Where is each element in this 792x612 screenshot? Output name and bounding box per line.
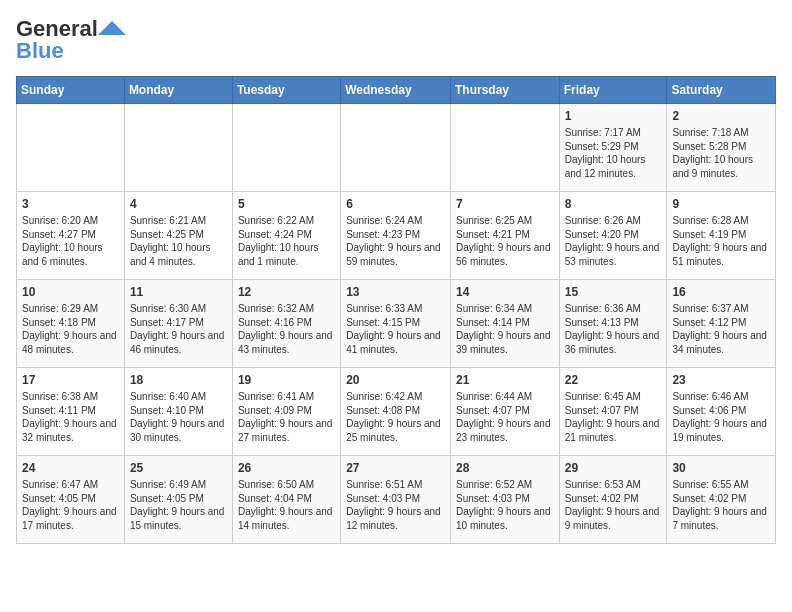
day-info: Sunrise: 6:46 AM Sunset: 4:06 PM Dayligh… <box>672 390 770 444</box>
day-number: 27 <box>346 460 445 476</box>
calendar-cell: 29Sunrise: 6:53 AM Sunset: 4:02 PM Dayli… <box>559 456 667 544</box>
calendar-cell: 11Sunrise: 6:30 AM Sunset: 4:17 PM Dayli… <box>124 280 232 368</box>
calendar-cell: 14Sunrise: 6:34 AM Sunset: 4:14 PM Dayli… <box>450 280 559 368</box>
day-number: 10 <box>22 284 119 300</box>
day-number: 21 <box>456 372 554 388</box>
calendar-cell: 21Sunrise: 6:44 AM Sunset: 4:07 PM Dayli… <box>450 368 559 456</box>
calendar-cell: 16Sunrise: 6:37 AM Sunset: 4:12 PM Dayli… <box>667 280 776 368</box>
day-number: 3 <box>22 196 119 212</box>
day-number: 9 <box>672 196 770 212</box>
calendar-cell <box>232 104 340 192</box>
logo-blue: Blue <box>16 38 64 64</box>
calendar-cell: 22Sunrise: 6:45 AM Sunset: 4:07 PM Dayli… <box>559 368 667 456</box>
day-info: Sunrise: 6:36 AM Sunset: 4:13 PM Dayligh… <box>565 302 662 356</box>
calendar-cell: 13Sunrise: 6:33 AM Sunset: 4:15 PM Dayli… <box>341 280 451 368</box>
day-number: 19 <box>238 372 335 388</box>
calendar-cell: 25Sunrise: 6:49 AM Sunset: 4:05 PM Dayli… <box>124 456 232 544</box>
day-info: Sunrise: 6:20 AM Sunset: 4:27 PM Dayligh… <box>22 214 119 268</box>
calendar-week: 10Sunrise: 6:29 AM Sunset: 4:18 PM Dayli… <box>17 280 776 368</box>
calendar-cell: 19Sunrise: 6:41 AM Sunset: 4:09 PM Dayli… <box>232 368 340 456</box>
calendar-cell <box>450 104 559 192</box>
day-number: 23 <box>672 372 770 388</box>
svg-marker-0 <box>98 21 126 35</box>
day-number: 15 <box>565 284 662 300</box>
day-info: Sunrise: 6:24 AM Sunset: 4:23 PM Dayligh… <box>346 214 445 268</box>
day-number: 11 <box>130 284 227 300</box>
calendar-cell: 28Sunrise: 6:52 AM Sunset: 4:03 PM Dayli… <box>450 456 559 544</box>
calendar-cell: 26Sunrise: 6:50 AM Sunset: 4:04 PM Dayli… <box>232 456 340 544</box>
day-info: Sunrise: 7:18 AM Sunset: 5:28 PM Dayligh… <box>672 126 770 180</box>
weekday-header: Sunday <box>17 77 125 104</box>
day-info: Sunrise: 6:40 AM Sunset: 4:10 PM Dayligh… <box>130 390 227 444</box>
calendar-cell: 24Sunrise: 6:47 AM Sunset: 4:05 PM Dayli… <box>17 456 125 544</box>
day-number: 14 <box>456 284 554 300</box>
calendar-table: SundayMondayTuesdayWednesdayThursdayFrid… <box>16 76 776 544</box>
calendar-cell: 2Sunrise: 7:18 AM Sunset: 5:28 PM Daylig… <box>667 104 776 192</box>
weekday-header: Tuesday <box>232 77 340 104</box>
calendar-week: 1Sunrise: 7:17 AM Sunset: 5:29 PM Daylig… <box>17 104 776 192</box>
day-info: Sunrise: 6:33 AM Sunset: 4:15 PM Dayligh… <box>346 302 445 356</box>
day-info: Sunrise: 6:42 AM Sunset: 4:08 PM Dayligh… <box>346 390 445 444</box>
calendar-cell <box>124 104 232 192</box>
calendar-cell: 5Sunrise: 6:22 AM Sunset: 4:24 PM Daylig… <box>232 192 340 280</box>
day-info: Sunrise: 6:50 AM Sunset: 4:04 PM Dayligh… <box>238 478 335 532</box>
day-number: 25 <box>130 460 227 476</box>
day-number: 2 <box>672 108 770 124</box>
day-info: Sunrise: 6:28 AM Sunset: 4:19 PM Dayligh… <box>672 214 770 268</box>
weekday-header: Monday <box>124 77 232 104</box>
day-number: 28 <box>456 460 554 476</box>
day-number: 5 <box>238 196 335 212</box>
day-number: 8 <box>565 196 662 212</box>
calendar-week: 3Sunrise: 6:20 AM Sunset: 4:27 PM Daylig… <box>17 192 776 280</box>
weekday-header: Thursday <box>450 77 559 104</box>
calendar-cell: 9Sunrise: 6:28 AM Sunset: 4:19 PM Daylig… <box>667 192 776 280</box>
day-number: 6 <box>346 196 445 212</box>
day-number: 20 <box>346 372 445 388</box>
day-info: Sunrise: 6:47 AM Sunset: 4:05 PM Dayligh… <box>22 478 119 532</box>
day-number: 4 <box>130 196 227 212</box>
day-number: 1 <box>565 108 662 124</box>
day-number: 17 <box>22 372 119 388</box>
calendar-cell: 27Sunrise: 6:51 AM Sunset: 4:03 PM Dayli… <box>341 456 451 544</box>
day-info: Sunrise: 6:32 AM Sunset: 4:16 PM Dayligh… <box>238 302 335 356</box>
calendar-cell: 3Sunrise: 6:20 AM Sunset: 4:27 PM Daylig… <box>17 192 125 280</box>
day-info: Sunrise: 7:17 AM Sunset: 5:29 PM Dayligh… <box>565 126 662 180</box>
calendar-cell: 23Sunrise: 6:46 AM Sunset: 4:06 PM Dayli… <box>667 368 776 456</box>
day-number: 18 <box>130 372 227 388</box>
calendar-cell <box>341 104 451 192</box>
day-info: Sunrise: 6:44 AM Sunset: 4:07 PM Dayligh… <box>456 390 554 444</box>
logo-icon <box>98 21 126 35</box>
day-info: Sunrise: 6:38 AM Sunset: 4:11 PM Dayligh… <box>22 390 119 444</box>
day-info: Sunrise: 6:22 AM Sunset: 4:24 PM Dayligh… <box>238 214 335 268</box>
calendar-cell: 18Sunrise: 6:40 AM Sunset: 4:10 PM Dayli… <box>124 368 232 456</box>
weekday-header: Wednesday <box>341 77 451 104</box>
day-number: 24 <box>22 460 119 476</box>
day-info: Sunrise: 6:34 AM Sunset: 4:14 PM Dayligh… <box>456 302 554 356</box>
day-info: Sunrise: 6:55 AM Sunset: 4:02 PM Dayligh… <box>672 478 770 532</box>
calendar-cell <box>17 104 125 192</box>
calendar-cell: 17Sunrise: 6:38 AM Sunset: 4:11 PM Dayli… <box>17 368 125 456</box>
calendar-header: SundayMondayTuesdayWednesdayThursdayFrid… <box>17 77 776 104</box>
day-info: Sunrise: 6:37 AM Sunset: 4:12 PM Dayligh… <box>672 302 770 356</box>
day-info: Sunrise: 6:45 AM Sunset: 4:07 PM Dayligh… <box>565 390 662 444</box>
calendar-cell: 1Sunrise: 7:17 AM Sunset: 5:29 PM Daylig… <box>559 104 667 192</box>
day-number: 22 <box>565 372 662 388</box>
calendar-cell: 10Sunrise: 6:29 AM Sunset: 4:18 PM Dayli… <box>17 280 125 368</box>
calendar-cell: 6Sunrise: 6:24 AM Sunset: 4:23 PM Daylig… <box>341 192 451 280</box>
day-info: Sunrise: 6:29 AM Sunset: 4:18 PM Dayligh… <box>22 302 119 356</box>
header: General Blue <box>16 16 776 64</box>
day-info: Sunrise: 6:53 AM Sunset: 4:02 PM Dayligh… <box>565 478 662 532</box>
day-info: Sunrise: 6:26 AM Sunset: 4:20 PM Dayligh… <box>565 214 662 268</box>
day-number: 13 <box>346 284 445 300</box>
day-info: Sunrise: 6:41 AM Sunset: 4:09 PM Dayligh… <box>238 390 335 444</box>
calendar-cell: 30Sunrise: 6:55 AM Sunset: 4:02 PM Dayli… <box>667 456 776 544</box>
day-info: Sunrise: 6:52 AM Sunset: 4:03 PM Dayligh… <box>456 478 554 532</box>
day-info: Sunrise: 6:30 AM Sunset: 4:17 PM Dayligh… <box>130 302 227 356</box>
day-number: 30 <box>672 460 770 476</box>
calendar-week: 17Sunrise: 6:38 AM Sunset: 4:11 PM Dayli… <box>17 368 776 456</box>
calendar-cell: 12Sunrise: 6:32 AM Sunset: 4:16 PM Dayli… <box>232 280 340 368</box>
day-info: Sunrise: 6:51 AM Sunset: 4:03 PM Dayligh… <box>346 478 445 532</box>
weekday-header: Saturday <box>667 77 776 104</box>
calendar-cell: 15Sunrise: 6:36 AM Sunset: 4:13 PM Dayli… <box>559 280 667 368</box>
day-info: Sunrise: 6:49 AM Sunset: 4:05 PM Dayligh… <box>130 478 227 532</box>
